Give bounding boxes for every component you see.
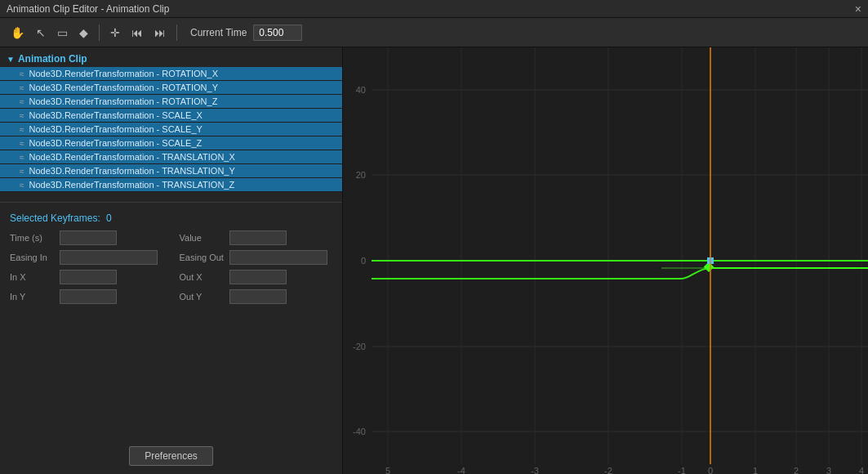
select-tool-button[interactable]: ↖ [32,24,50,42]
current-time-label: Current Time [190,27,247,38]
tree-item-label: Node3D.RenderTransformation - SCALE_Z [29,138,203,148]
tree-item-icon: ≈ [20,153,24,162]
close-button[interactable]: × [855,2,861,16]
in-y-label: In Y [10,292,55,302]
title-bar: Animation Clip Editor - Animation Clip × [0,0,868,18]
easing-out-input[interactable] [229,250,327,265]
current-time-input[interactable] [253,25,302,41]
tree-item[interactable]: ≈ Node3D.RenderTransformation - TRANSLAT… [0,164,342,178]
time-label: Time (s) [10,233,55,243]
title-text: Animation Clip Editor - Animation Clip [7,3,169,15]
svg-text:0: 0 [361,256,366,266]
main-layout: ▼ Animation Clip ≈ Node3D.RenderTransfor… [0,47,868,474]
panel-divider [0,202,342,203]
svg-text:-1: -1 [678,466,686,474]
graph-panel[interactable]: 40 20 0 -20 -40 5 -4 -3 -2 -1 0 1 2 [343,47,868,474]
key-button[interactable]: ◆ [75,24,92,42]
tree-area: ▼ Animation Clip ≈ Node3D.RenderTransfor… [0,47,342,195]
easing-in-input[interactable] [60,250,158,265]
svg-text:-4: -4 [457,466,465,474]
in-x-label: In X [10,272,55,282]
svg-text:4: 4 [859,466,864,474]
properties-grid: Time (s) Value Easing In Easing Out [10,230,332,304]
properties-area: Selected Keyframes: 0 Time (s) Value Eas… [0,209,342,311]
tree-item-icon: ≈ [20,125,24,134]
tree-item-icon: ≈ [20,181,24,190]
easing-in-label: Easing In [10,253,55,262]
prev-key-button[interactable]: ⏮ [127,24,147,42]
time-input[interactable] [60,230,117,245]
tree-item[interactable]: ≈ Node3D.RenderTransformation - TRANSLAT… [0,178,342,192]
move-button[interactable]: ✛ [106,24,124,42]
in-y-input[interactable] [60,289,117,304]
tree-item-icon: ≈ [20,97,24,106]
tree-item-icon: ≈ [20,111,24,120]
preferences-area: Preferences [0,311,342,474]
tree-item[interactable]: ≈ Node3D.RenderTransformation - TRANSLAT… [0,150,342,164]
time-row: Time (s) [10,230,163,245]
toolbar: ✋ ↖ ▭ ◆ ✛ ⏮ ⏭ Current Time [0,18,868,47]
next-key-button[interactable]: ⏭ [150,24,170,42]
svg-text:-20: -20 [353,342,366,351]
toolbar-separator-1 [99,25,100,41]
svg-text:-3: -3 [531,466,539,474]
out-y-row: Out Y [180,289,333,304]
tree-item[interactable]: ≈ Node3D.RenderTransformation - ROTATION… [0,81,342,95]
svg-text:3: 3 [826,466,831,474]
tree-item[interactable]: ≈ Node3D.RenderTransformation - SCALE_X [0,109,342,123]
svg-text:5: 5 [385,466,390,474]
easing-in-row: Easing In [10,250,163,265]
tree-item-icon: ≈ [20,139,24,148]
preferences-button[interactable]: Preferences [129,446,213,466]
pan-tool-button[interactable]: ✋ [7,24,29,42]
toolbar-separator-2 [176,25,177,41]
out-x-row: Out X [180,270,333,284]
tree-root-label: Animation Clip [18,53,87,65]
svg-text:-40: -40 [353,427,366,436]
tree-item-icon: ≈ [20,167,24,176]
svg-text:20: 20 [356,170,366,180]
easing-out-row: Easing Out [180,250,333,265]
selected-kf-text: Selected Keyframes: [10,212,100,224]
tree-item-label: Node3D.RenderTransformation - TRANSLATIO… [29,180,235,190]
tree-arrow-icon: ▼ [7,55,15,64]
out-x-label: Out X [180,272,225,282]
tree-item-label: Node3D.RenderTransformation - ROTATION_Z [29,96,218,106]
graph-svg: 40 20 0 -20 -40 5 -4 -3 -2 -1 0 1 2 [343,47,868,474]
easing-out-label: Easing Out [180,253,225,262]
out-y-input[interactable] [229,289,287,304]
tree-item[interactable]: ≈ Node3D.RenderTransformation - SCALE_Y [0,123,342,136]
svg-text:1: 1 [753,466,758,474]
tree-item-label: Node3D.RenderTransformation - TRANSLATIO… [29,166,235,176]
tree-item-label: Node3D.RenderTransformation - ROTATION_X [29,69,218,78]
value-row: Value [180,230,333,245]
tree-item[interactable]: ≈ Node3D.RenderTransformation - ROTATION… [0,67,342,81]
svg-text:-2: -2 [604,466,612,474]
in-y-row: In Y [10,289,163,304]
in-x-row: In X [10,270,163,284]
in-x-input[interactable] [60,270,117,284]
box-select-button[interactable]: ▭ [53,24,72,42]
value-label: Value [180,233,225,243]
left-panel: ▼ Animation Clip ≈ Node3D.RenderTransfor… [0,47,343,474]
svg-text:40: 40 [356,85,366,95]
tree-item-label: Node3D.RenderTransformation - TRANSLATIO… [29,152,235,162]
tree-item[interactable]: ≈ Node3D.RenderTransformation - SCALE_Z [0,136,342,150]
tree-item-icon: ≈ [20,69,24,78]
tree-item-icon: ≈ [20,83,24,92]
svg-text:0: 0 [708,466,713,474]
selected-kf-count: 0 [106,212,112,224]
out-y-label: Out Y [180,292,225,302]
tree-item-label: Node3D.RenderTransformation - ROTATION_Y [29,83,218,92]
selected-keyframes-row: Selected Keyframes: 0 [10,212,332,224]
svg-text:2: 2 [794,466,799,474]
out-x-input[interactable] [229,270,287,284]
tree-item-label: Node3D.RenderTransformation - SCALE_Y [29,124,203,134]
tree-item-label: Node3D.RenderTransformation - SCALE_X [29,110,203,120]
tree-root[interactable]: ▼ Animation Clip [0,51,342,67]
tree-item[interactable]: ≈ Node3D.RenderTransformation - ROTATION… [0,95,342,109]
value-input[interactable] [229,230,287,245]
